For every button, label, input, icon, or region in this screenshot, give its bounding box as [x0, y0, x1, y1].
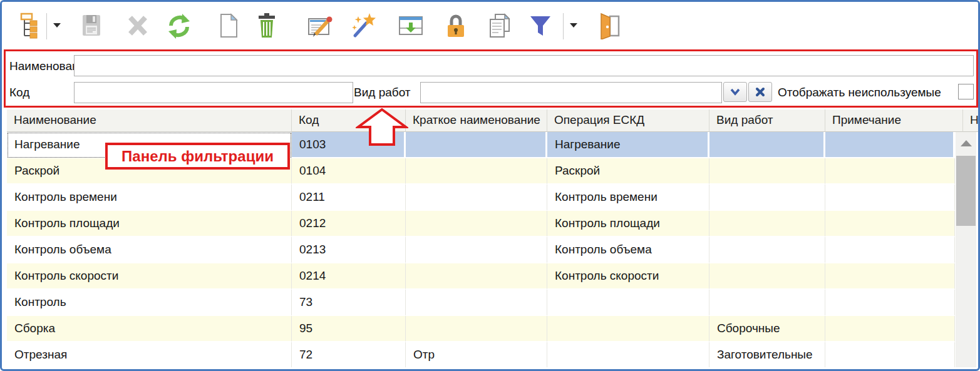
cell-work[interactable] [709, 290, 825, 316]
cell-short[interactable] [406, 211, 547, 237]
cell-eskd[interactable]: Контроль объема [547, 237, 709, 263]
cell-short[interactable] [406, 290, 547, 316]
cell-note[interactable] [825, 316, 955, 342]
cell-work[interactable] [709, 211, 825, 237]
cell-short[interactable] [406, 316, 547, 342]
cell-short[interactable] [406, 263, 547, 290]
cell-work[interactable] [709, 158, 825, 185]
show-unused-checkbox[interactable] [958, 84, 974, 99]
column-header[interactable]: Наименование [7, 109, 292, 132]
cell-code[interactable]: 0213 [292, 237, 406, 263]
wizard-icon[interactable] [350, 11, 378, 41]
delete-icon[interactable] [253, 11, 281, 41]
cell-note[interactable] [825, 132, 955, 158]
cell-short[interactable] [406, 237, 547, 263]
cancel-icon[interactable] [124, 11, 152, 41]
cell-note[interactable] [825, 158, 955, 185]
filter-panel: Наименование Код Вид работ Отображать не… [7, 51, 977, 106]
cell-name[interactable]: Контроль [7, 290, 292, 316]
code-filter-label: Код [9, 86, 29, 99]
toolbar-separator [563, 13, 564, 39]
new-document-icon[interactable] [215, 11, 242, 41]
cell-name[interactable]: Контроль объема [7, 237, 292, 263]
vertical-scrollbar[interactable] [956, 132, 976, 367]
work-type-filter-label: Вид работ [354, 86, 411, 99]
tree-view-icon[interactable] [17, 11, 44, 41]
filter-icon[interactable] [527, 11, 554, 41]
table-row: Контроль времени0211Контроль времени [7, 185, 955, 211]
tree-view-dropdown-icon[interactable] [51, 23, 63, 32]
import-row-icon[interactable] [397, 11, 425, 41]
cell-note[interactable] [825, 290, 955, 316]
cell-note[interactable] [825, 211, 955, 237]
cell-short[interactable] [406, 132, 547, 158]
cell-eskd[interactable] [547, 316, 709, 342]
work-type-dropdown-button[interactable] [723, 82, 747, 102]
annotation-arrow-icon [356, 108, 408, 148]
cell-note[interactable] [825, 342, 955, 367]
cell-code[interactable]: 72 [292, 342, 406, 367]
copy-icon[interactable] [487, 11, 514, 41]
exit-icon[interactable] [596, 11, 623, 41]
cell-note[interactable] [825, 237, 955, 263]
app-window: Наименование Код Вид работ Отображать не… [0, 0, 980, 371]
name-filter-input[interactable] [74, 55, 974, 76]
code-filter-input[interactable] [74, 82, 353, 103]
cell-eskd[interactable] [547, 342, 709, 367]
column-header[interactable]: Н [963, 109, 978, 132]
cell-name[interactable]: Контроль скорости [7, 263, 292, 290]
cell-code[interactable]: 0104 [292, 158, 406, 185]
cell-eskd[interactable] [547, 290, 709, 316]
annotation-label-box: Панель фильтрации [105, 143, 290, 170]
cell-code[interactable]: 95 [292, 316, 406, 342]
cell-work[interactable]: Сборочные [709, 316, 825, 342]
toolbar-separator [46, 13, 47, 39]
table-row: Контроль объема0213Контроль объема [7, 237, 955, 263]
filter-dropdown-icon[interactable] [567, 23, 580, 32]
cell-work[interactable] [709, 263, 825, 290]
refresh-icon[interactable] [165, 11, 193, 41]
column-header[interactable]: Вид работ [709, 109, 825, 132]
table-row: Контроль скорости0214Контроль скорости [7, 263, 955, 290]
column-header[interactable]: Примечание [825, 109, 963, 132]
cell-eskd[interactable]: Нагревание [547, 132, 709, 158]
cell-note[interactable] [825, 263, 955, 290]
cell-eskd[interactable]: Контроль площади [547, 211, 709, 237]
table-row: Контроль площади0212Контроль площади [7, 211, 955, 237]
cell-work[interactable] [709, 185, 825, 211]
cell-name[interactable]: Сборка [7, 316, 292, 342]
work-type-clear-button[interactable] [748, 82, 772, 102]
scroll-up-icon[interactable] [956, 132, 976, 155]
cell-short[interactable] [406, 185, 547, 211]
show-unused-label: Отображать неиспользуемые [778, 86, 941, 99]
cell-eskd[interactable]: Раскрой [547, 158, 709, 185]
table-row: Сборка95Сборочные [7, 316, 955, 342]
cell-eskd[interactable]: Контроль времени [547, 185, 709, 211]
cell-code[interactable]: 0214 [292, 263, 406, 290]
cell-code[interactable]: 0211 [292, 185, 406, 211]
cell-work[interactable] [709, 132, 825, 158]
cell-work[interactable] [709, 237, 825, 263]
lock-icon[interactable] [442, 11, 470, 41]
table-row: Отрезная72ОтрЗаготовительные [7, 342, 955, 367]
annotation-label: Панель фильтрации [121, 148, 274, 165]
cell-work[interactable]: Заготовительные [709, 342, 825, 367]
cell-short[interactable]: Отр [406, 342, 547, 367]
table-row: Контроль73 [7, 290, 955, 316]
cell-code[interactable]: 0212 [292, 211, 406, 237]
cell-note[interactable] [825, 185, 955, 211]
scrollbar-thumb[interactable] [956, 156, 976, 226]
edit-icon[interactable] [306, 11, 334, 41]
column-header[interactable]: Операция ЕСКД [547, 109, 709, 132]
column-header[interactable]: Краткое наименование [406, 109, 547, 132]
cell-name[interactable]: Отрезная [7, 342, 292, 367]
toolbar [2, 2, 978, 49]
work-type-combo[interactable] [420, 82, 722, 103]
table-header: НаименованиеКодКраткое наименованиеОпера… [7, 109, 978, 132]
cell-name[interactable]: Контроль времени [7, 185, 292, 211]
cell-code[interactable]: 73 [292, 290, 406, 316]
cell-short[interactable] [406, 158, 547, 185]
save-icon[interactable] [78, 11, 105, 41]
cell-name[interactable]: Контроль площади [7, 211, 292, 237]
cell-eskd[interactable]: Контроль скорости [547, 263, 709, 290]
